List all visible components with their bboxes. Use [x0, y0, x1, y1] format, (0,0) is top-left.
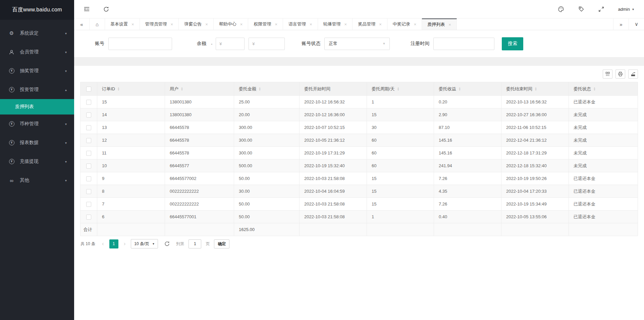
tab-label: 帮助中心 — [219, 21, 236, 27]
sidebar-item-label: 会员管理 — [20, 49, 65, 55]
column-header-cycle[interactable]: 委托周期/天▲▼ — [367, 82, 434, 96]
search-button[interactable]: 搜索 — [502, 37, 523, 50]
row-checkbox[interactable] — [86, 202, 91, 207]
fullscreen-icon[interactable] — [598, 6, 604, 12]
columns-toggle-button[interactable] — [603, 70, 612, 79]
balance-min-input[interactable] — [216, 38, 245, 50]
next-page-button[interactable]: › — [123, 240, 127, 247]
sidebar-item-label: 投资管理 — [20, 87, 65, 93]
sidebar-item-other[interactable]: ∞ 其他 ▾ — [0, 171, 74, 190]
sidebar-item-lottery[interactable]: ¥ 抽奖管理 ▾ — [0, 61, 74, 80]
tab-pledge-list[interactable]: 质押列表 × — [422, 18, 457, 30]
chevron-down-icon: ▾ — [65, 141, 67, 145]
sidebar-item-label: 其他 — [20, 177, 65, 183]
export-button[interactable] — [628, 70, 638, 79]
tag-icon[interactable] — [578, 6, 584, 12]
tab-basic-settings[interactable]: 基本设置 × — [105, 18, 140, 30]
tab-winning-records[interactable]: 中奖记录 × — [387, 18, 422, 30]
tabbar-spacer — [457, 18, 613, 30]
cell-user: 66445577002 — [165, 172, 234, 185]
chevron-down-icon: ▾ — [65, 122, 67, 126]
page-size-select[interactable]: 10 条/页 ▼ — [131, 239, 158, 248]
sidebar-item-investment[interactable]: ¥ 投资管理 ▴ — [0, 80, 74, 99]
close-icon[interactable]: × — [310, 22, 312, 27]
sidebar-item-currency[interactable]: ¥ 币种管理 ▾ — [0, 115, 74, 133]
user-menu[interactable]: admin ▾ — [618, 7, 634, 12]
column-header-status[interactable]: 委托状态▲▼ — [569, 82, 638, 96]
close-icon[interactable]: × — [414, 22, 417, 27]
row-checkbox[interactable] — [86, 189, 91, 194]
close-icon[interactable]: × — [171, 22, 173, 27]
sidebar-item-members[interactable]: 会员管理 ▾ — [0, 43, 74, 61]
tab-language[interactable]: 语言管理 × — [283, 18, 318, 30]
row-checkbox[interactable] — [86, 176, 91, 181]
column-header-end-time[interactable]: 委托结束时间▲▼ — [501, 82, 569, 96]
tab-label: 质押列表 — [427, 21, 445, 28]
sort-icon[interactable]: ▲▼ — [593, 87, 596, 91]
close-icon[interactable]: × — [275, 22, 277, 27]
sort-icon[interactable]: ▲▼ — [181, 87, 183, 91]
goto-page-input[interactable] — [189, 239, 201, 248]
page-number-button[interactable]: 1 — [109, 239, 118, 248]
close-icon[interactable]: × — [240, 22, 243, 27]
sort-icon[interactable]: ▲▼ — [397, 87, 399, 91]
tabs-menu-icon[interactable]: ∨ — [629, 18, 644, 30]
sidebar-item-system-settings[interactable]: ⚙ 系统设定 ▾ — [0, 24, 74, 43]
refresh-list-icon[interactable] — [164, 241, 170, 246]
balance-max-input[interactable] — [249, 38, 285, 50]
theme-palette-icon[interactable] — [558, 6, 564, 12]
column-header-profit[interactable]: 委托收益▲▼ — [434, 82, 501, 96]
pagination: 共 10 条 ‹ 1 › 10 条/页 ▼ 到第 页 确定 — [80, 236, 638, 252]
prev-page-button[interactable]: ‹ — [101, 240, 105, 247]
close-icon[interactable]: × — [344, 22, 347, 27]
close-icon[interactable]: × — [205, 22, 208, 27]
cell-start-time: 2022-10-19 15:32:40 — [300, 159, 367, 172]
tabs-scroll-left[interactable]: « — [74, 18, 90, 30]
tab-carousel[interactable]: 轮播管理 × — [318, 18, 353, 30]
sort-icon[interactable]: ▲▼ — [535, 87, 537, 91]
close-icon[interactable]: × — [379, 22, 382, 27]
sidebar-item-label: 抽奖管理 — [20, 68, 65, 74]
sidebar-fold-icon[interactable] — [84, 6, 90, 12]
tab-permissions[interactable]: 权限管理 × — [248, 18, 283, 30]
row-checkbox[interactable] — [86, 125, 91, 130]
register-time-input[interactable] — [433, 38, 494, 50]
total-amount: 1625.00 — [234, 223, 300, 236]
print-button[interactable] — [615, 70, 625, 79]
close-icon[interactable]: × — [131, 22, 134, 27]
confirm-button[interactable]: 确定 — [214, 239, 229, 248]
column-header-user[interactable]: 用户▲▼ — [165, 82, 234, 96]
select-all-checkbox[interactable] — [86, 87, 91, 92]
tab-help-center[interactable]: 帮助中心 × — [214, 18, 249, 30]
sort-icon[interactable]: ▲▼ — [459, 87, 461, 91]
sort-icon[interactable]: ▲▼ — [259, 87, 261, 91]
close-icon[interactable]: × — [448, 22, 451, 27]
row-checkbox[interactable] — [86, 164, 91, 169]
sort-icon[interactable]: ▲▼ — [117, 87, 120, 91]
tabs-scroll-right[interactable]: » — [613, 18, 629, 30]
refresh-icon[interactable] — [103, 6, 109, 12]
table-header-row: 订单ID▲▼ 用户▲▼ 委托金额▲▼ 委托开始时间 委托周期/天▲▼ — [80, 82, 638, 96]
row-checkbox[interactable] — [86, 138, 91, 143]
gear-icon: ⚙ — [8, 30, 15, 36]
column-header-amount[interactable]: 委托金额▲▼ — [234, 82, 300, 96]
sidebar-item-reports[interactable]: ¥ 报表数据 ▾ — [0, 133, 74, 152]
username: admin — [618, 7, 630, 12]
home-icon[interactable]: ⌂ — [90, 18, 105, 30]
sidebar-item-recharge-withdraw[interactable]: ¥ 充值提现 ▾ — [0, 152, 74, 171]
tab-prizes[interactable]: 奖品管理 × — [353, 18, 387, 30]
cell-status: 已退还本金 — [569, 211, 638, 223]
row-checkbox[interactable] — [86, 215, 91, 220]
row-checkbox[interactable] — [86, 151, 91, 156]
row-checkbox[interactable] — [86, 112, 91, 118]
account-input[interactable] — [108, 38, 172, 50]
tab-admin-management[interactable]: 管理员管理 × — [140, 18, 179, 30]
column-header-order-id[interactable]: 订单ID▲▼ — [97, 82, 165, 96]
cell-profit: 4.35 — [434, 185, 501, 198]
tab-popup-notice[interactable]: 弹窗公告 × — [179, 18, 214, 30]
row-checkbox[interactable] — [86, 100, 91, 105]
sidebar-subitem-pledge-list[interactable]: 质押列表 — [0, 99, 74, 115]
account-label: 账号 — [95, 41, 104, 47]
sidebar-item-label: 报表数据 — [20, 140, 65, 146]
account-status-select[interactable]: 正常 ▼ — [324, 38, 390, 50]
